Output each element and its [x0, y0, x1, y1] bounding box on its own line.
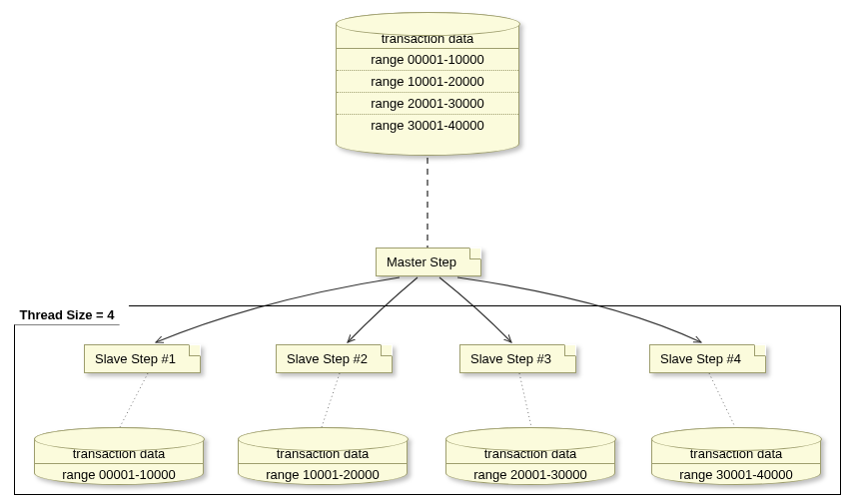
slave-step-1: Slave Step #1: [84, 344, 201, 373]
slave-step-label: Slave Step #1: [95, 351, 176, 366]
master-step: Master Step: [376, 248, 481, 276]
diagram-canvas: transaction data range 00001-10000 range…: [0, 0, 854, 504]
master-db-partition: range 20001-30000: [337, 92, 518, 114]
slave-database-1: transaction data range 00001-10000: [34, 427, 204, 485]
note-dogear-icon: [751, 345, 765, 359]
note-dogear-icon: [378, 345, 392, 359]
note-dogear-icon: [186, 345, 200, 359]
master-db-partition: range 10001-20000: [337, 70, 518, 92]
slave-database-3: transaction data range 20001-30000: [445, 427, 615, 485]
slave-db-range: range 20001-30000: [446, 463, 614, 492]
note-dogear-icon: [466, 249, 480, 262]
slave-step-label: Slave Step #2: [287, 351, 368, 366]
slave-step-3: Slave Step #3: [459, 344, 576, 373]
master-step-label: Master Step: [387, 254, 456, 269]
slave-step-label: Slave Step #3: [470, 351, 551, 366]
slave-database-4: transaction data range 30001-40000: [651, 427, 821, 485]
master-db-partition: range 30001-40000: [337, 114, 518, 143]
master-database: transaction data range 00001-10000 range…: [336, 12, 519, 156]
slave-db-range: range 30001-40000: [652, 463, 820, 492]
slave-db-range: range 00001-10000: [35, 463, 203, 492]
frame-label: Thread Size = 4: [14, 305, 130, 325]
slave-database-2: transaction data range 10001-20000: [238, 427, 408, 485]
note-dogear-icon: [561, 345, 575, 359]
slave-step-4: Slave Step #4: [649, 344, 766, 373]
master-db-partition: range 00001-10000: [337, 48, 518, 70]
slave-step-label: Slave Step #4: [660, 351, 741, 366]
slave-db-range: range 10001-20000: [239, 463, 407, 492]
slave-step-2: Slave Step #2: [276, 344, 393, 373]
